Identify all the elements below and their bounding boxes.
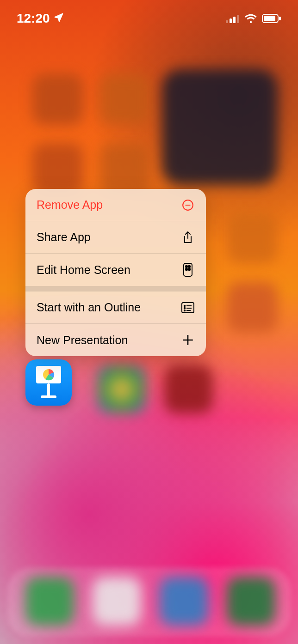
- svg-point-19: [184, 310, 185, 310]
- svg-rect-26: [41, 395, 56, 398]
- svg-point-15: [184, 305, 185, 306]
- svg-rect-10: [186, 266, 187, 267]
- menu-item-label: Start with an Outline: [37, 301, 141, 314]
- wifi-icon: [244, 13, 257, 24]
- menu-item-label: Edit Home Screen: [37, 263, 130, 277]
- status-bar: 12:20: [0, 0, 298, 32]
- dock-app-blur: [227, 577, 275, 626]
- svg-rect-2: [233, 17, 236, 23]
- dock-app-blur: [93, 577, 141, 626]
- menu-separator: [25, 286, 206, 292]
- start-outline-item[interactable]: Start with an Outline: [25, 292, 206, 324]
- svg-point-17: [184, 307, 185, 308]
- status-left: 12:20: [17, 11, 64, 26]
- keynote-app-icon[interactable]: [25, 359, 72, 406]
- dock-app-blur: [160, 577, 208, 626]
- new-presentation-item[interactable]: New Presentation: [25, 324, 206, 356]
- svg-rect-1: [230, 18, 232, 23]
- svg-rect-25: [47, 383, 50, 396]
- bg-blur-icon: [227, 213, 278, 263]
- svg-rect-6: [279, 17, 281, 20]
- cellular-icon: [226, 14, 240, 23]
- menu-item-label: Remove App: [37, 198, 103, 212]
- remove-app-item[interactable]: Remove App: [25, 189, 206, 221]
- app-context-menu: Remove App Share App Edit Home Screen: [25, 189, 206, 356]
- svg-rect-11: [188, 266, 190, 267]
- bg-blur-icon: [164, 365, 213, 413]
- keynote-glyph-icon: [32, 364, 65, 401]
- svg-rect-3: [237, 15, 239, 23]
- bg-blur-icon: [32, 143, 83, 194]
- bg-blur-icon: [99, 143, 150, 194]
- apps-icon: [181, 263, 195, 277]
- svg-rect-12: [186, 268, 187, 270]
- bg-blur-icon: [99, 74, 150, 125]
- outline-icon: [181, 301, 195, 315]
- menu-item-label: Share App: [37, 231, 91, 244]
- status-right: [226, 13, 281, 24]
- battery-icon: [262, 14, 281, 23]
- bg-blur-icon: [97, 365, 146, 413]
- bg-blur-icon: [32, 74, 83, 125]
- share-app-item[interactable]: Share App: [25, 221, 206, 254]
- svg-rect-5: [264, 16, 275, 21]
- svg-rect-0: [226, 20, 228, 23]
- plus-icon: [181, 333, 195, 347]
- share-icon: [181, 231, 195, 244]
- dock-app-blur: [25, 577, 74, 626]
- menu-item-label: New Presentation: [37, 334, 128, 347]
- home-screen: 12:20: [0, 0, 298, 644]
- bg-blur-icon: [227, 282, 278, 333]
- edit-home-screen-item[interactable]: Edit Home Screen: [25, 254, 206, 286]
- status-time: 12:20: [17, 11, 50, 26]
- svg-rect-13: [188, 268, 190, 270]
- location-icon: [54, 11, 64, 26]
- bg-blur-widget: [162, 69, 278, 185]
- remove-icon: [181, 198, 195, 212]
